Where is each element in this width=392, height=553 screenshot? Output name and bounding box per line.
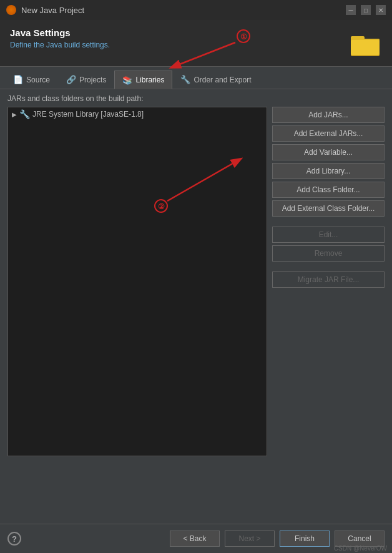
tab-order-export[interactable]: 🔧 Order and Export [172, 70, 259, 89]
window-title: New Java Project [21, 6, 84, 15]
button-spacer [272, 219, 385, 224]
add-jars-button[interactable]: Add JARs... [272, 107, 385, 123]
svg-rect-3 [351, 40, 380, 55]
source-tab-icon: 📄 [13, 75, 23, 84]
help-label: ? [12, 534, 17, 544]
libraries-tab-icon: 📚 [122, 76, 132, 85]
page-subtitle: Define the Java build settings. [10, 41, 110, 49]
add-library-button[interactable]: Add Library... [272, 163, 385, 179]
header-icon [350, 27, 382, 60]
tab-source[interactable]: 📄 Source [5, 70, 58, 89]
content-area: ▶ 🔧 JRE System Library [JavaSE-1.8] Add … [7, 107, 385, 456]
order-export-tab-icon: 🔧 [180, 75, 190, 84]
tab-bar: 📄 Source 🔗 Projects 📚 Libraries 🔧 Order … [0, 67, 392, 89]
tree-arrow-icon: ▶ [12, 111, 17, 118]
tree-panel[interactable]: ▶ 🔧 JRE System Library [JavaSE-1.8] [7, 107, 267, 456]
header-section: Java Settings Define the Java build sett… [0, 20, 392, 67]
migrate-jar-button[interactable]: Migrate JAR File... [272, 272, 385, 288]
close-button[interactable]: ✕ [376, 5, 386, 15]
restore-button[interactable]: □ [361, 5, 371, 15]
tab-projects-label: Projects [79, 76, 106, 84]
footer: ? < Back Next > Finish Cancel [0, 524, 392, 553]
next-button[interactable]: Next > [225, 531, 275, 547]
tab-source-label: Source [26, 76, 50, 84]
watermark: CSDN @NeverOW [334, 545, 387, 552]
buttons-panel: Add JARs... Add External JARs... Add Var… [272, 107, 385, 456]
edit-button[interactable]: Edit... [272, 227, 385, 243]
remove-button[interactable]: Remove [272, 245, 385, 262]
add-class-folder-button[interactable]: Add Class Folder... [272, 182, 385, 198]
window-controls: ─ □ ✕ [346, 5, 386, 15]
jre-icon: 🔧 [19, 109, 30, 119]
build-path-label: JARs and class folders on the build path… [7, 94, 385, 103]
back-button[interactable]: < Back [170, 531, 220, 547]
tree-item-jre[interactable]: ▶ 🔧 JRE System Library [JavaSE-1.8] [8, 107, 267, 121]
main-content: JARs and class folders on the build path… [0, 89, 392, 461]
title-bar: New Java Project ─ □ ✕ [0, 0, 392, 20]
projects-tab-icon: 🔗 [66, 75, 76, 84]
button-spacer-2 [272, 264, 385, 269]
add-external-jars-button[interactable]: Add External JARs... [272, 125, 385, 142]
minimize-button[interactable]: ─ [346, 5, 356, 15]
add-external-class-folder-button[interactable]: Add External Class Folder... [272, 200, 385, 217]
app-icon [6, 5, 16, 15]
finish-button[interactable]: Finish [280, 531, 330, 547]
tab-libraries[interactable]: 📚 Libraries [114, 71, 172, 89]
tab-order-export-label: Order and Export [194, 76, 251, 84]
add-variable-button[interactable]: Add Variable... [272, 144, 385, 160]
help-button[interactable]: ? [7, 532, 21, 546]
header-text: Java Settings Define the Java build sett… [10, 27, 110, 49]
tab-libraries-label: Libraries [135, 76, 164, 84]
page-title: Java Settings [10, 27, 110, 38]
tree-item-jre-label: JRE System Library [JavaSE-1.8] [32, 110, 144, 119]
tab-projects[interactable]: 🔗 Projects [58, 70, 114, 89]
folder-icon-svg [350, 27, 382, 60]
